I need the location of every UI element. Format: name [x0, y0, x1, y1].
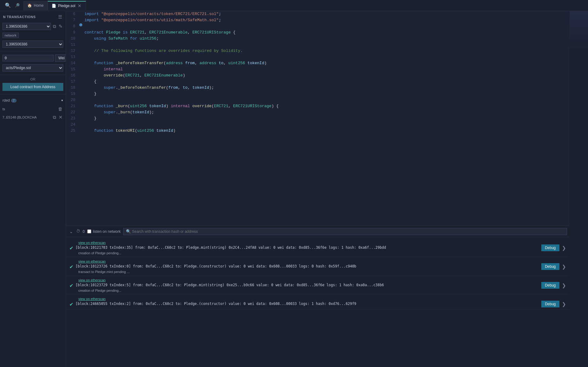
sidebar-title: N TRANSACTIONS ☰	[0, 11, 66, 21]
line-content: function _beforeTokenTransfer(address fr…	[83, 60, 570, 66]
tx-console: ⌄ ⏱ 0 listen on network 🔍 view on ethers…	[66, 226, 570, 367]
tx-listen-row: listen on network	[87, 229, 121, 234]
line-content: using SafeMath for uint256;	[83, 36, 570, 42]
line-content: function _burn(uint256 tokenId) internal…	[83, 103, 570, 109]
main-layout: N TRANSACTIONS ☰ 1.396506386 ⧉ ✎ network…	[0, 11, 588, 367]
code-line: 10 using SafeMath for uint256;	[66, 36, 570, 42]
code-editor[interactable]: 6import "@openzeppelin/contracts/token/E…	[66, 11, 570, 226]
tx-detail: [block:10123729 txIndex:5] from: 0xfaC..…	[76, 283, 539, 288]
load-contract-btn[interactable]: Load contract from Address	[2, 83, 63, 91]
etherscan-link[interactable]: view on etherscan	[70, 297, 566, 301]
tx-expand-btn[interactable]: ❯	[562, 245, 566, 251]
tx-detail: [block:10121703 txIndex:35] from: 0xfaC.…	[76, 245, 539, 250]
tx-expand-btn[interactable]: ❯	[562, 283, 566, 288]
tx-success-icon: ✔	[70, 282, 73, 289]
tx-entry-header: ✔[block:10123729 txIndex:5] from: 0xfaC.…	[70, 282, 566, 289]
home-tab-icon: 🏠	[27, 3, 32, 8]
line-number: 22	[66, 109, 78, 115]
line-content: internal	[83, 66, 570, 72]
tx-delete-btn[interactable]: 🗑	[57, 106, 63, 112]
pledge-tab-label: Pledge.sol	[58, 4, 75, 8]
edit-address-btn[interactable]: ✎	[58, 23, 63, 30]
divider-1	[0, 51, 66, 51]
tab-pledge[interactable]: 📄 Pledge.sol ✕	[48, 1, 86, 10]
pledge-tab-close[interactable]: ✕	[77, 3, 82, 8]
line-number: 24	[66, 122, 78, 128]
tx-entry-header: ✔[block:10121703 txIndex:35] from: 0xfaC…	[70, 244, 566, 251]
code-line: 18 super._beforeTokenTransfer(from, to, …	[66, 85, 570, 91]
line-content: contract Pledge is ERC721, ERC721Enumera…	[83, 29, 570, 36]
line-number: 9	[66, 29, 78, 36]
code-line: 14 function _beforeTokenTransfer(address…	[66, 60, 570, 66]
breakpoint-indicator	[79, 23, 82, 26]
sidebar-menu-btn[interactable]: ☰	[57, 14, 63, 20]
tx-success-icon: ✔	[70, 263, 73, 270]
tx-entry: view on etherscan✔[block:10121703 txInde…	[66, 238, 570, 257]
account-select[interactable]: 1.396506386	[2, 23, 51, 30]
tab-home[interactable]: 🏠 Home	[23, 1, 48, 10]
line-number: 18	[66, 85, 78, 91]
tx-collapse-btn[interactable]: ⌄	[69, 228, 74, 235]
zoom-out-btn[interactable]: 🔎	[14, 2, 21, 8]
line-number: 17	[66, 79, 78, 85]
tx-item-actions: 🗑	[57, 106, 63, 112]
line-content: super._burn(tokenId);	[83, 109, 570, 115]
code-line: 11	[66, 42, 570, 48]
etherscan-link[interactable]: view on etherscan	[70, 260, 566, 263]
pledge-tab-icon: 📄	[52, 4, 56, 8]
tx-item-row[interactable]: ts 🗑	[0, 105, 66, 113]
line-number: 20	[66, 97, 78, 103]
account-value-display[interactable]: 1.396506386	[2, 41, 63, 48]
line-content: override(ERC721, ERC721Enumerable)	[83, 72, 570, 79]
line-gutter	[78, 23, 83, 26]
code-line: 17 {	[66, 79, 570, 85]
search-icon: 🔍	[126, 229, 131, 234]
zoom-in-btn[interactable]: 🔍	[4, 2, 12, 9]
line-content: super._beforeTokenTransfer(from, to, tok…	[83, 85, 570, 91]
contract-select[interactable]: acts/Pledge.sol	[2, 64, 63, 72]
tx-success-icon: ✔	[70, 244, 73, 251]
line-content: {	[83, 79, 570, 85]
code-line: 22 super._burn(tokenId);	[66, 109, 570, 115]
etherscan-link[interactable]: view on etherscan	[70, 278, 566, 282]
line-number: 11	[66, 42, 78, 48]
network-badge: network	[2, 33, 19, 38]
line-content: function tokenURI(uint256 tokenId)	[83, 128, 570, 134]
debug-button[interactable]: Debug	[541, 244, 559, 251]
debug-button[interactable]: Debug	[541, 282, 559, 289]
listen-checkbox[interactable]	[87, 229, 91, 233]
debug-button[interactable]: Debug	[541, 301, 559, 307]
line-number: 8	[66, 23, 78, 29]
address-copy-btn[interactable]: ⧉	[52, 114, 57, 121]
address-item-row[interactable]: 7..E5148 (BLOCKCHA ⧉ ✕	[0, 113, 66, 122]
editor-area: 6import "@openzeppelin/contracts/token/E…	[66, 11, 570, 367]
home-tab-label: Home	[34, 3, 44, 8]
line-number: 15	[66, 66, 78, 72]
debug-button[interactable]: Debug	[541, 263, 559, 270]
line-number: 23	[66, 115, 78, 122]
recorded-label: rded 7	[2, 98, 17, 103]
tx-expand-btn[interactable]: ❯	[562, 301, 566, 307]
tx-expand-btn[interactable]: ❯	[562, 264, 566, 270]
tx-status-text: creation of Pledge pending...	[70, 289, 566, 292]
sidebar: N TRANSACTIONS ☰ 1.396506386 ⧉ ✎ network…	[0, 11, 66, 367]
unit-select[interactable]: Wei Gwei Ether	[55, 54, 66, 62]
account-row: 1.396506386 ⧉ ✎	[0, 21, 66, 31]
tab-bar: 🔍 🔎 🏠 Home 📄 Pledge.sol ✕	[0, 0, 588, 11]
tx-search-input[interactable]	[131, 229, 564, 234]
value-input[interactable]	[2, 55, 54, 61]
code-line: 25 function tokenURI(uint256 tokenId)	[66, 128, 570, 134]
value-unit-row: Wei Gwei Ether	[0, 53, 66, 63]
etherscan-link[interactable]: view on etherscan	[70, 241, 566, 244]
recorded-section-header[interactable]: rded 7 ▾	[0, 96, 66, 105]
tx-search-row[interactable]: 🔍	[123, 228, 567, 235]
code-line: 24	[66, 122, 570, 128]
line-number: 13	[66, 54, 78, 60]
copy-address-btn[interactable]: ⧉	[52, 23, 57, 30]
address-item-label: 7..E5148 (BLOCKCHA	[2, 115, 50, 119]
address-delete-btn[interactable]: ✕	[58, 114, 63, 121]
tx-entry: view on etherscan✔[block:10123729 txInde…	[66, 276, 570, 295]
tx-entry-header: ✔[block:24665055 txIndex:2] from: 0xfaC.…	[70, 301, 566, 307]
line-number: 25	[66, 128, 78, 134]
or-label: OR	[0, 77, 66, 82]
